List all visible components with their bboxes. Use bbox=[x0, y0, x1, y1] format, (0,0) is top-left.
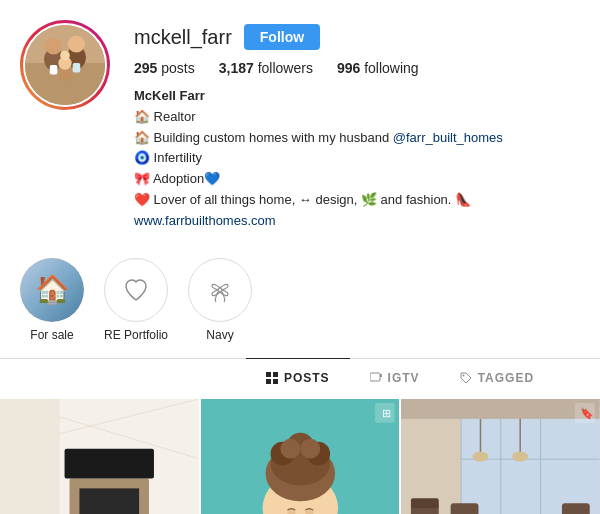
highlight-re-portfolio[interactable]: RE Portfolio bbox=[104, 258, 168, 342]
svg-rect-14 bbox=[266, 379, 271, 384]
svg-point-61 bbox=[513, 451, 529, 461]
tv-icon bbox=[370, 372, 382, 384]
tab-igtv-label: IGTV bbox=[388, 371, 420, 385]
display-name: McKell Farr bbox=[134, 86, 580, 107]
tag-icon bbox=[460, 372, 472, 384]
svg-point-43 bbox=[280, 438, 300, 458]
tab-posts-label: POSTS bbox=[284, 371, 330, 385]
photo-baby: ⊞ bbox=[201, 399, 400, 514]
avatar-photo bbox=[25, 25, 105, 105]
svg-rect-12 bbox=[266, 372, 271, 377]
tab-tagged-label: TAGGED bbox=[478, 371, 534, 385]
profile-info: mckell_farr Follow 295 posts 3,187 follo… bbox=[134, 20, 580, 232]
tab-igtv[interactable]: IGTV bbox=[350, 358, 440, 397]
svg-rect-10 bbox=[73, 63, 81, 73]
grid-cell-1[interactable] bbox=[0, 399, 199, 514]
bio-link[interactable]: www.farrbuilthomes.com bbox=[134, 213, 276, 228]
svg-marker-22 bbox=[0, 399, 60, 514]
highlight-label-for-sale: For sale bbox=[30, 328, 73, 342]
bio-section: McKell Farr 🏠 Realtor 🏠 Building custom … bbox=[134, 86, 580, 232]
profile-section: mckell_farr Follow 295 posts 3,187 follo… bbox=[0, 0, 600, 248]
photo-dining: 🔖 bbox=[401, 399, 600, 514]
svg-point-5 bbox=[68, 35, 85, 52]
svg-text:🔖: 🔖 bbox=[580, 405, 594, 419]
posts-stat: 295 posts bbox=[134, 60, 195, 76]
highlight-label-re-portfolio: RE Portfolio bbox=[104, 328, 168, 342]
tabs-section: POSTS IGTV TAGGED bbox=[200, 359, 600, 397]
grid-icon bbox=[266, 372, 278, 384]
avatar-ring[interactable] bbox=[20, 20, 110, 110]
svg-text:⊞: ⊞ bbox=[381, 406, 390, 418]
grid-cell-3[interactable]: 🔖 bbox=[401, 399, 600, 514]
svg-rect-15 bbox=[273, 379, 278, 384]
mention-link[interactable]: @farr_built_homes bbox=[393, 130, 503, 145]
svg-rect-57 bbox=[401, 399, 600, 419]
highlight-navy[interactable]: Navy bbox=[188, 258, 252, 342]
svg-rect-25 bbox=[79, 488, 139, 514]
highlight-for-sale[interactable]: 🏠 For sale bbox=[20, 258, 84, 342]
svg-rect-27 bbox=[65, 448, 154, 478]
follow-button[interactable]: Follow bbox=[244, 24, 320, 50]
grid-cell-2[interactable]: ⊞ bbox=[201, 399, 400, 514]
svg-rect-16 bbox=[370, 373, 380, 381]
highlight-circle-re-portfolio bbox=[104, 258, 168, 322]
bio-line-5: ❤️ Lover of all things home, ↔ design, 🌿… bbox=[134, 190, 580, 211]
svg-rect-66 bbox=[411, 498, 439, 508]
svg-point-3 bbox=[45, 37, 62, 54]
highlight-circle-navy bbox=[188, 258, 252, 322]
svg-point-44 bbox=[300, 438, 320, 458]
highlight-house-image: 🏠 bbox=[20, 258, 84, 322]
bio-line-3: 🧿 Infertility bbox=[134, 148, 580, 169]
avatar bbox=[23, 23, 107, 107]
stats-row: 295 posts 3,187 followers 996 following bbox=[134, 60, 580, 76]
highlight-label-navy: Navy bbox=[206, 328, 233, 342]
svg-rect-13 bbox=[273, 372, 278, 377]
bio-line-1: 🏠 Realtor bbox=[134, 107, 580, 128]
tab-tagged[interactable]: TAGGED bbox=[440, 358, 554, 397]
svg-point-18 bbox=[462, 374, 464, 376]
highlight-circle-for-sale: 🏠 bbox=[20, 258, 84, 322]
tab-posts[interactable]: POSTS bbox=[246, 358, 350, 397]
svg-rect-9 bbox=[50, 65, 58, 75]
photo-living-room bbox=[0, 399, 199, 514]
svg-rect-67 bbox=[451, 503, 479, 514]
svg-rect-17 bbox=[380, 374, 382, 377]
svg-rect-68 bbox=[562, 503, 590, 514]
bio-line-2: 🏠 Building custom homes with my husband … bbox=[134, 128, 580, 149]
highlights-section: 🏠 For sale RE Portfolio Navy bbox=[0, 248, 600, 358]
svg-point-8 bbox=[60, 51, 70, 61]
profile-top-row: mckell_farr Follow bbox=[134, 24, 580, 50]
following-stat[interactable]: 996 following bbox=[337, 60, 419, 76]
bio-line-4: 🎀 Adoption💙 bbox=[134, 169, 580, 190]
username: mckell_farr bbox=[134, 26, 232, 49]
svg-point-59 bbox=[473, 451, 489, 461]
followers-stat[interactable]: 3,187 followers bbox=[219, 60, 313, 76]
photo-grid: ⊞ bbox=[0, 399, 600, 514]
